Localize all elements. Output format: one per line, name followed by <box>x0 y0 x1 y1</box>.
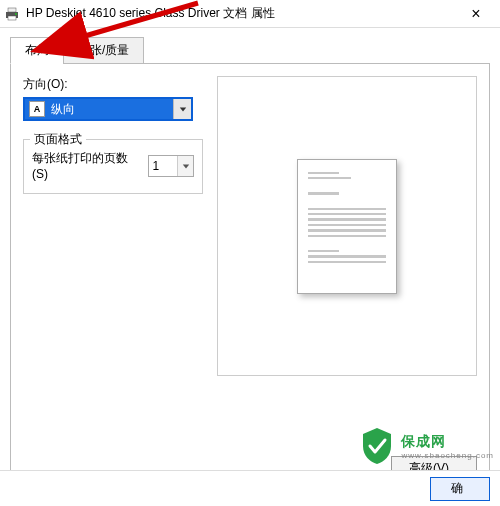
chevron-down-icon <box>177 156 193 176</box>
tab-bar: 布局 纸张/质量 <box>10 37 490 64</box>
svg-marker-6 <box>179 107 185 111</box>
page-preview <box>217 76 477 376</box>
page-format-group: 页面格式 每张纸打印的页数(S) 1 <box>23 139 203 194</box>
page-format-legend: 页面格式 <box>30 131 86 148</box>
orientation-label: 方向(O): <box>23 76 203 93</box>
svg-rect-1 <box>8 8 16 12</box>
orientation-value: 纵向 <box>51 101 187 118</box>
pages-per-sheet-value: 1 <box>153 159 160 173</box>
pages-per-sheet-label: 每张纸打印的页数(S) <box>32 150 140 181</box>
shield-icon <box>359 426 395 466</box>
svg-rect-2 <box>8 16 16 20</box>
chevron-down-icon <box>173 99 191 119</box>
tab-paper-quality[interactable]: 纸张/质量 <box>63 37 144 64</box>
printer-icon <box>4 6 20 22</box>
tab-layout[interactable]: 布局 <box>10 37 64 64</box>
orientation-select[interactable]: A 纵向 <box>23 97 193 121</box>
ok-button[interactable]: 确 <box>430 477 490 501</box>
svg-point-3 <box>15 13 17 15</box>
preview-page <box>297 159 397 294</box>
svg-marker-7 <box>182 164 188 168</box>
close-button[interactable]: × <box>456 0 496 28</box>
watermark-domain: www.sbaocheng.com <box>401 451 494 460</box>
portrait-icon: A <box>29 101 45 117</box>
window-title: HP Deskjet 4610 series Class Driver 文档 属… <box>26 5 456 22</box>
watermark-brand: 保成网 <box>401 433 494 451</box>
dialog-button-bar: 确 <box>0 470 500 506</box>
pages-per-sheet-select[interactable]: 1 <box>148 155 194 177</box>
watermark: 保成网 www.sbaocheng.com <box>359 426 494 466</box>
